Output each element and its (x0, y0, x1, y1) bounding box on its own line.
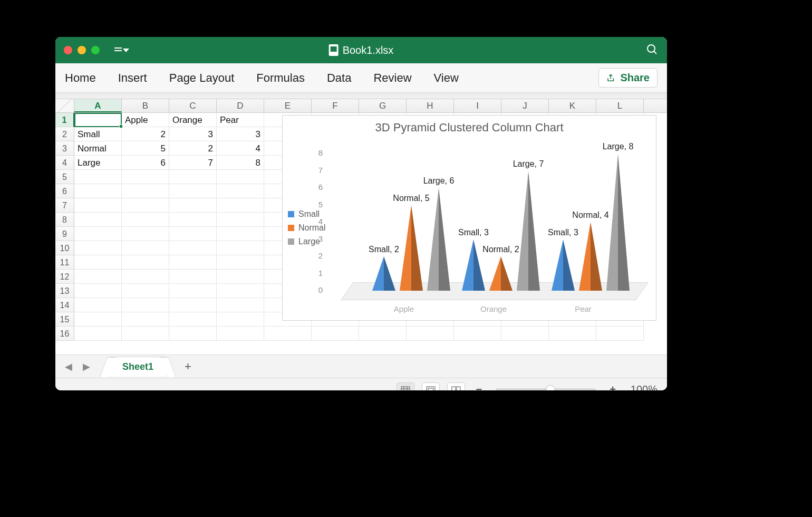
cell-B7[interactable] (122, 198, 169, 213)
cell-C8[interactable] (169, 213, 217, 227)
col-header-F[interactable]: F (312, 99, 359, 112)
cell-D16[interactable] (217, 327, 264, 341)
cell-A15[interactable] (74, 312, 122, 327)
cell-B5[interactable] (122, 170, 169, 184)
chart-plot-area[interactable]: 012345678 AppleSmall, 2Normal, 5Large, 6… (341, 147, 646, 311)
col-header-C[interactable]: C (169, 99, 217, 112)
zoom-slider[interactable] (496, 388, 596, 391)
row-header-15[interactable]: 15 (55, 312, 74, 327)
cell-D1[interactable]: Pear (217, 113, 264, 127)
cell-G16[interactable] (359, 327, 407, 341)
cell-A5[interactable] (74, 170, 122, 184)
cell-B9[interactable] (122, 227, 169, 241)
col-header-D[interactable]: D (217, 99, 264, 112)
share-button[interactable]: Share (598, 68, 658, 88)
chart-legend[interactable]: Small Normal Large (288, 205, 326, 251)
cell-J16[interactable] (501, 327, 549, 341)
tab-view[interactable]: View (434, 71, 459, 85)
cell-D9[interactable] (217, 227, 264, 241)
cell-B4[interactable]: 6 (122, 156, 169, 170)
col-header-J[interactable]: J (501, 99, 549, 112)
col-header-L[interactable]: L (596, 99, 644, 112)
cell-A2[interactable]: Small (74, 127, 122, 141)
col-header-B[interactable]: B (122, 99, 169, 112)
view-page-break-button[interactable] (447, 382, 465, 391)
cell-B10[interactable] (122, 241, 169, 255)
cell-C9[interactable] (169, 227, 217, 241)
row-header-12[interactable]: 12 (55, 270, 74, 284)
tab-insert[interactable]: Insert (118, 71, 147, 85)
cell-A12[interactable] (74, 270, 122, 284)
row-header-4[interactable]: 4 (55, 156, 74, 170)
sheet-nav-prev[interactable]: ◀ (63, 359, 74, 375)
cell-A7[interactable] (74, 198, 122, 213)
minimize-window-button[interactable] (78, 46, 86, 54)
cell-K16[interactable] (549, 327, 596, 341)
row-header-3[interactable]: 3 (55, 141, 74, 156)
col-header-G[interactable]: G (359, 99, 407, 112)
row-header-8[interactable]: 8 (55, 213, 74, 227)
cell-D4[interactable]: 8 (217, 156, 264, 170)
cell-C10[interactable] (169, 241, 217, 255)
col-header-K[interactable]: K (549, 99, 596, 112)
cell-C2[interactable]: 3 (169, 127, 217, 141)
cell-D5[interactable] (217, 170, 264, 184)
cell-C1[interactable]: Orange (169, 113, 217, 127)
cell-B14[interactable] (122, 298, 169, 312)
row-header-6[interactable]: 6 (55, 184, 74, 198)
cell-D3[interactable]: 4 (217, 141, 264, 156)
tab-page-layout[interactable]: Page Layout (169, 71, 235, 85)
cell-D12[interactable] (217, 270, 264, 284)
chart-object[interactable]: 3D Pyramid Clustered Column Chart Small … (282, 115, 656, 321)
row-header-13[interactable]: 13 (55, 284, 74, 298)
cell-B1[interactable]: Apple (122, 113, 169, 127)
sheet-tab-sheet1[interactable]: Sheet1 (109, 357, 167, 377)
cell-C5[interactable] (169, 170, 217, 184)
worksheet[interactable]: A B C D E F G H I J K L 1AppleOrangePear… (55, 99, 667, 355)
col-header-E[interactable]: E (264, 99, 312, 112)
sheet-nav-next[interactable]: ▶ (81, 359, 92, 375)
cell-A6[interactable] (74, 184, 122, 198)
cell-C4[interactable]: 7 (169, 156, 217, 170)
cell-D10[interactable] (217, 241, 264, 255)
cell-A13[interactable] (74, 284, 122, 298)
view-normal-button[interactable] (397, 382, 414, 391)
quick-access-customize[interactable] (114, 45, 129, 56)
cell-D14[interactable] (217, 298, 264, 312)
cell-B16[interactable] (122, 327, 169, 341)
cell-B12[interactable] (122, 270, 169, 284)
cell-B8[interactable] (122, 213, 169, 227)
cell-C15[interactable] (169, 312, 217, 327)
cell-F16[interactable] (312, 327, 359, 341)
cell-A1[interactable] (74, 113, 122, 127)
cell-D6[interactable] (217, 184, 264, 198)
cell-D7[interactable] (217, 198, 264, 213)
col-header-H[interactable]: H (407, 99, 454, 112)
cell-D15[interactable] (217, 312, 264, 327)
row-header-9[interactable]: 9 (55, 227, 74, 241)
cell-C7[interactable] (169, 198, 217, 213)
tab-data[interactable]: Data (327, 71, 351, 85)
row-header-11[interactable]: 11 (55, 255, 74, 270)
cell-H16[interactable] (407, 327, 454, 341)
zoom-level[interactable]: 100% (631, 384, 658, 390)
close-window-button[interactable] (64, 46, 72, 54)
cell-B13[interactable] (122, 284, 169, 298)
cell-B6[interactable] (122, 184, 169, 198)
chart-title[interactable]: 3D Pyramid Clustered Column Chart (283, 121, 656, 135)
cell-B11[interactable] (122, 255, 169, 270)
cell-C14[interactable] (169, 298, 217, 312)
cell-A8[interactable] (74, 213, 122, 227)
add-sheet-button[interactable]: + (185, 360, 191, 374)
cell-A10[interactable] (74, 241, 122, 255)
cell-D11[interactable] (217, 255, 264, 270)
view-page-layout-button[interactable] (422, 382, 440, 391)
cell-A11[interactable] (74, 255, 122, 270)
zoom-in-button[interactable]: + (606, 384, 619, 390)
tab-home[interactable]: Home (65, 71, 96, 85)
cell-C16[interactable] (169, 327, 217, 341)
tab-formulas[interactable]: Formulas (256, 71, 305, 85)
cell-A3[interactable]: Normal (74, 141, 122, 156)
row-header-7[interactable]: 7 (55, 198, 74, 213)
cell-D8[interactable] (217, 213, 264, 227)
